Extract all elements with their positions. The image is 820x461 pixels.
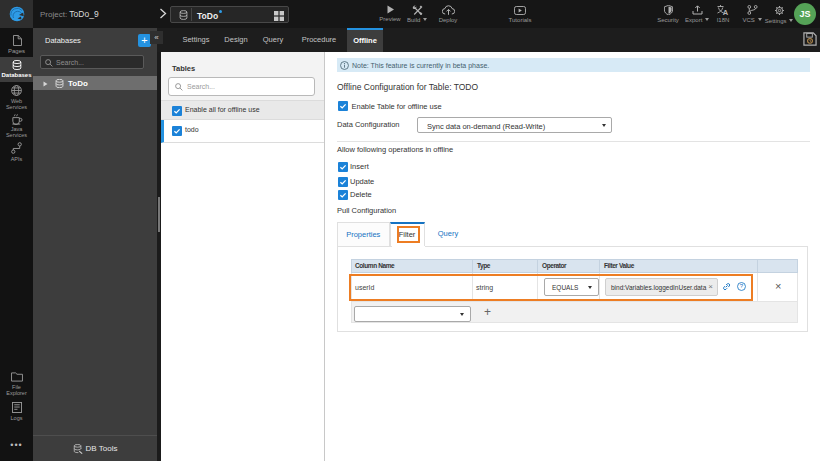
svg-text:A: A (723, 8, 729, 15)
